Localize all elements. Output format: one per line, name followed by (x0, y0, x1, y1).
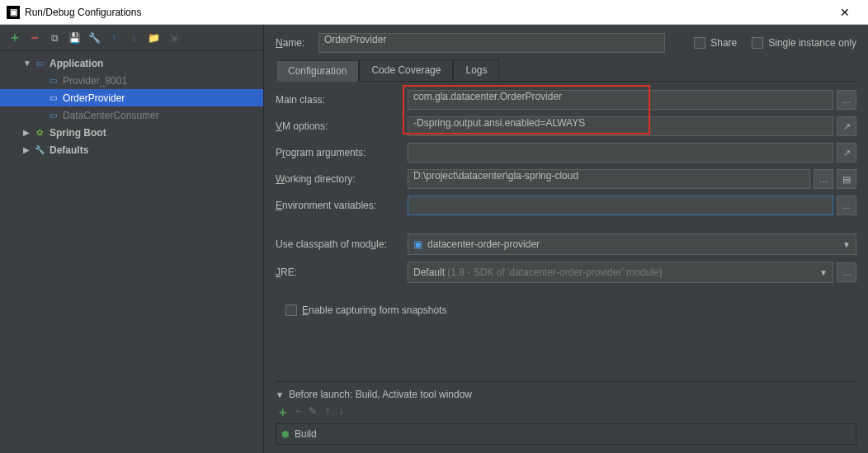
arrow-up-icon[interactable]: ↑ (107, 31, 120, 45)
run-icon: ▭ (46, 74, 59, 87)
before-launch-header[interactable]: ▼ Before launch: Build, Activate tool wi… (276, 389, 856, 400)
program-args-label: Program arguments: (276, 147, 408, 158)
browse-wd-button[interactable]: … (814, 169, 833, 189)
before-launch-section: ▼ Before launch: Build, Activate tool wi… (276, 381, 856, 445)
tab-logs[interactable]: Logs (453, 59, 499, 81)
add-icon[interactable]: + (8, 31, 21, 45)
chevron-down-icon: ▼ (842, 240, 851, 249)
remove-icon[interactable]: − (28, 31, 41, 45)
chevron-right-icon: ▶ (23, 128, 33, 137)
classpath-select[interactable]: ▣datacenter-order-provider ▼ (408, 234, 856, 255)
macro-wd-button[interactable]: ▤ (837, 169, 856, 189)
browse-jre-button[interactable]: … (837, 262, 856, 282)
copy-icon[interactable]: ⧉ (48, 31, 61, 45)
tree-item[interactable]: ▭ Provider_8001 (0, 72, 263, 89)
classpath-label: Use classpath of module: (276, 238, 408, 250)
tree-spring-boot[interactable]: ▶ ✿ Spring Boot (0, 124, 263, 141)
app-icon: ▣ (7, 6, 20, 19)
sidebar: + − ⧉ 💾 🔧 ↑ ↓ 📁 ⇲ ▼ ▭ Application ▭ Prov… (0, 25, 264, 453)
tree-application[interactable]: ▼ ▭ Application (0, 54, 263, 72)
tab-configuration[interactable]: Configuration (276, 60, 359, 82)
close-icon[interactable]: ✕ (828, 6, 861, 19)
run-icon: ▭ (46, 109, 59, 122)
down-task-icon[interactable]: ↓ (338, 405, 343, 420)
expand-args-button[interactable]: ↗ (837, 143, 856, 163)
name-label: Name: (276, 37, 318, 49)
vm-options-label: VM options: (276, 120, 408, 132)
application-icon: ▭ (33, 57, 46, 70)
browse-main-class-button[interactable]: … (837, 90, 856, 110)
vm-options-input[interactable]: -Dspring.output.ansi.enabled=ALWAYS (408, 116, 833, 136)
run-icon: ▭ (46, 92, 59, 105)
chevron-down-icon: ▼ (276, 390, 284, 399)
name-row: Name: OrderProvider Share Single instanc… (276, 33, 856, 53)
config-tree: ▼ ▭ Application ▭ Provider_8001 ▭ OrderP… (0, 51, 263, 453)
save-icon[interactable]: 💾 (68, 31, 81, 45)
titlebar: ▣ Run/Debug Configurations ✕ (0, 0, 868, 25)
up-task-icon[interactable]: ↑ (325, 405, 330, 420)
wrench-icon: 🔧 (33, 144, 46, 157)
main-class-label: Main class: (276, 94, 408, 106)
share-checkbox[interactable] (694, 37, 705, 49)
env-vars-input[interactable] (408, 196, 833, 215)
tabs: Configuration Code Coverage Logs (276, 59, 856, 82)
chevron-down-icon: ▼ (819, 268, 828, 277)
working-dir-label: Working directory: (276, 173, 408, 185)
before-launch-toolbar: + − ✎ ↑ ↓ (276, 405, 856, 420)
snapshot-checkbox[interactable] (285, 304, 297, 316)
single-instance-label: Single instance only (768, 37, 856, 49)
jre-select[interactable]: Default (1.8 - SDK of 'datacenter-order-… (408, 262, 833, 283)
sidebar-toolbar: + − ⧉ 💾 🔧 ↑ ↓ 📁 ⇲ (0, 25, 263, 51)
chevron-right-icon: ▶ (23, 145, 33, 154)
expand-vm-button[interactable]: ↗ (837, 116, 856, 136)
add-task-icon[interactable]: + (279, 405, 286, 420)
snapshot-label: Enable capturing form snapshots (302, 304, 446, 316)
name-input[interactable]: OrderProvider (318, 33, 665, 53)
collapse-icon[interactable]: ⇲ (167, 31, 180, 45)
program-args-input[interactable] (408, 143, 833, 163)
arrow-down-icon[interactable]: ↓ (127, 31, 140, 45)
main-container: + − ⧉ 💾 🔧 ↑ ↓ 📁 ⇲ ▼ ▭ Application ▭ Prov… (0, 25, 868, 453)
window-title: Run/Debug Configurations (25, 7, 828, 18)
build-icon: ⬢ (281, 429, 290, 440)
wrench-icon[interactable]: 🔧 (87, 31, 101, 45)
tab-code-coverage[interactable]: Code Coverage (359, 59, 453, 81)
edit-task-icon[interactable]: ✎ (309, 405, 317, 420)
before-launch-list[interactable]: ⬢ Build (276, 423, 856, 445)
tree-item-selected[interactable]: ▭ OrderProvider (0, 89, 263, 106)
browse-env-button[interactable]: … (837, 196, 856, 215)
remove-task-icon[interactable]: − (295, 405, 300, 420)
tree-item[interactable]: ▭ DataCenterConsumer (0, 106, 263, 124)
folder-icon[interactable]: 📁 (147, 31, 160, 45)
jre-label: JRE: (276, 267, 408, 278)
single-instance-checkbox[interactable] (752, 37, 763, 49)
chevron-down-icon: ▼ (23, 59, 33, 68)
main-panel: Name: OrderProvider Share Single instanc… (264, 25, 868, 453)
tree-defaults[interactable]: ▶ 🔧 Defaults (0, 141, 263, 158)
working-dir-input[interactable]: D:\project\datacenter\gla-spring-cloud (408, 169, 810, 189)
form: Main class: com.gla.datacenter.OrderProv… (276, 90, 856, 445)
main-class-input[interactable]: com.gla.datacenter.OrderProvider (408, 90, 833, 110)
env-vars-label: Environment variables: (276, 200, 408, 211)
spring-icon: ✿ (33, 126, 46, 139)
share-label: Share (710, 37, 737, 49)
